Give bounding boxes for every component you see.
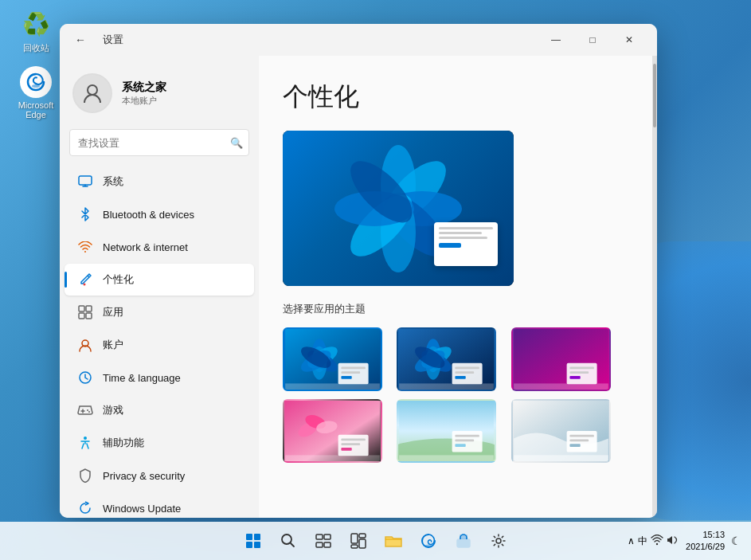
svg-point-0 bbox=[32, 84, 40, 88]
nav-label-apps: 应用 bbox=[103, 305, 123, 319]
settings-window: ← 设置 — □ ✕ bbox=[60, 24, 657, 518]
theme-item-3[interactable] bbox=[511, 327, 611, 391]
search-input[interactable] bbox=[69, 129, 249, 156]
minimize-button[interactable]: — bbox=[538, 27, 574, 53]
svg-rect-2 bbox=[79, 176, 92, 185]
svg-point-78 bbox=[282, 535, 291, 544]
svg-rect-8 bbox=[86, 313, 92, 319]
svg-rect-79 bbox=[316, 535, 323, 539]
theme-section-title: 选择要应用的主题 bbox=[283, 302, 628, 316]
theme-item-2[interactable] bbox=[397, 327, 496, 391]
user-profile[interactable]: 系统之家 本地账户 bbox=[60, 64, 259, 123]
theme-5-svg bbox=[398, 401, 495, 461]
svg-rect-88 bbox=[457, 539, 470, 547]
nav-label-update: Windows Update bbox=[103, 503, 181, 515]
svg-rect-58 bbox=[341, 443, 360, 445]
svg-rect-33 bbox=[285, 383, 380, 390]
svg-point-87 bbox=[425, 545, 432, 547]
taskbar: ∧ 中 15:13 bbox=[0, 522, 751, 560]
svg-rect-80 bbox=[324, 535, 331, 539]
svg-point-1 bbox=[88, 85, 97, 95]
theme-item-6[interactable] bbox=[511, 399, 611, 463]
taskbar-store-button[interactable] bbox=[449, 527, 478, 555]
nav-item-gaming[interactable]: 游戏 bbox=[65, 394, 254, 426]
avatar bbox=[72, 73, 112, 113]
taskbar-system-tray[interactable]: ∧ 中 bbox=[628, 535, 679, 548]
taskbar-taskview-button[interactable] bbox=[309, 527, 338, 555]
nav-item-accessibility[interactable]: 辅助功能 bbox=[65, 427, 254, 459]
nav-label-personalization: 个性化 bbox=[103, 272, 134, 287]
taskbar-search-button[interactable] bbox=[274, 527, 303, 555]
nav-item-time[interactable]: Time & language bbox=[65, 362, 254, 394]
svg-rect-32 bbox=[341, 376, 351, 379]
back-button[interactable]: ← bbox=[69, 29, 92, 51]
svg-rect-43 bbox=[456, 371, 475, 374]
svg-rect-44 bbox=[456, 376, 466, 379]
lang-indicator: 中 bbox=[638, 535, 647, 548]
title-bar-controls: ← 设置 bbox=[69, 29, 123, 51]
taskbar-start-button[interactable] bbox=[239, 527, 268, 555]
theme-1-svg bbox=[284, 329, 381, 390]
main-content: 个性化 bbox=[259, 56, 652, 518]
svg-rect-81 bbox=[316, 542, 323, 547]
svg-rect-77 bbox=[254, 542, 260, 548]
nav-item-personalization[interactable]: 个性化 bbox=[65, 264, 254, 296]
close-button[interactable]: ✕ bbox=[611, 27, 647, 53]
svg-rect-84 bbox=[359, 534, 366, 538]
theme-item-4[interactable] bbox=[283, 399, 382, 463]
bluetooth-icon bbox=[77, 206, 93, 222]
nav-item-apps[interactable]: 应用 bbox=[65, 296, 254, 328]
svg-rect-74 bbox=[246, 534, 252, 540]
svg-rect-60 bbox=[285, 455, 380, 461]
apps-icon bbox=[77, 304, 93, 320]
svg-rect-65 bbox=[456, 439, 475, 441]
taskbar-center bbox=[239, 527, 513, 555]
svg-rect-72 bbox=[569, 444, 580, 447]
edge-label: MicrosoftEdge bbox=[18, 100, 54, 119]
svg-rect-76 bbox=[246, 542, 252, 548]
theme-6-svg bbox=[513, 401, 609, 461]
taskbar-edge-button[interactable] bbox=[414, 527, 443, 555]
svg-rect-51 bbox=[514, 383, 608, 390]
nav-item-bluetooth[interactable]: Bluetooth & devices bbox=[65, 198, 254, 230]
svg-rect-89 bbox=[460, 535, 467, 539]
svg-rect-85 bbox=[359, 539, 366, 548]
sound-indicator bbox=[667, 535, 679, 548]
svg-rect-57 bbox=[341, 439, 365, 441]
nav-item-accounts[interactable]: 账户 bbox=[65, 329, 254, 361]
moon-icon: ☾ bbox=[731, 535, 741, 547]
maximize-button[interactable]: □ bbox=[574, 27, 611, 53]
taskbar-settings-button[interactable] bbox=[484, 527, 513, 555]
theme-item-1[interactable] bbox=[283, 327, 382, 391]
taskbar-right: ∧ 中 15:13 bbox=[628, 529, 741, 554]
svg-rect-30 bbox=[341, 367, 365, 370]
nav-label-system: 系统 bbox=[103, 174, 123, 189]
svg-rect-48 bbox=[569, 367, 593, 370]
nav-label-time: Time & language bbox=[103, 372, 181, 384]
nav-item-network[interactable]: Network & internet bbox=[65, 231, 254, 263]
theme-item-5[interactable] bbox=[397, 399, 496, 463]
nav-item-privacy[interactable]: Privacy & security bbox=[65, 460, 254, 491]
scroll-indicator[interactable] bbox=[652, 56, 657, 518]
svg-rect-67 bbox=[399, 455, 494, 461]
theme-2-svg bbox=[398, 329, 495, 390]
user-info: 系统之家 本地账户 bbox=[122, 80, 166, 107]
time-icon bbox=[77, 370, 93, 386]
svg-rect-50 bbox=[569, 376, 580, 379]
taskbar-clock[interactable]: 15:13 2021/6/29 bbox=[686, 529, 725, 554]
taskbar-widgets-button[interactable] bbox=[344, 527, 373, 555]
svg-rect-64 bbox=[456, 435, 479, 437]
desktop-icon-recycle[interactable]: ♻️ 回收站 bbox=[8, 8, 64, 54]
nav-item-update[interactable]: Windows Update bbox=[65, 492, 254, 518]
taskbar-explorer-button[interactable] bbox=[379, 527, 408, 555]
svg-rect-45 bbox=[399, 383, 494, 390]
nav-label-gaming: 游戏 bbox=[103, 403, 123, 417]
svg-rect-83 bbox=[351, 534, 358, 543]
nav-item-system[interactable]: 系统 bbox=[65, 166, 254, 198]
user-name: 系统之家 bbox=[122, 80, 166, 95]
clock-time: 15:13 bbox=[686, 529, 725, 541]
desktop-icon-edge[interactable]: MicrosoftEdge bbox=[8, 66, 64, 119]
svg-point-12 bbox=[88, 411, 90, 413]
svg-rect-73 bbox=[514, 455, 608, 461]
chevron-up-icon: ∧ bbox=[628, 535, 635, 546]
